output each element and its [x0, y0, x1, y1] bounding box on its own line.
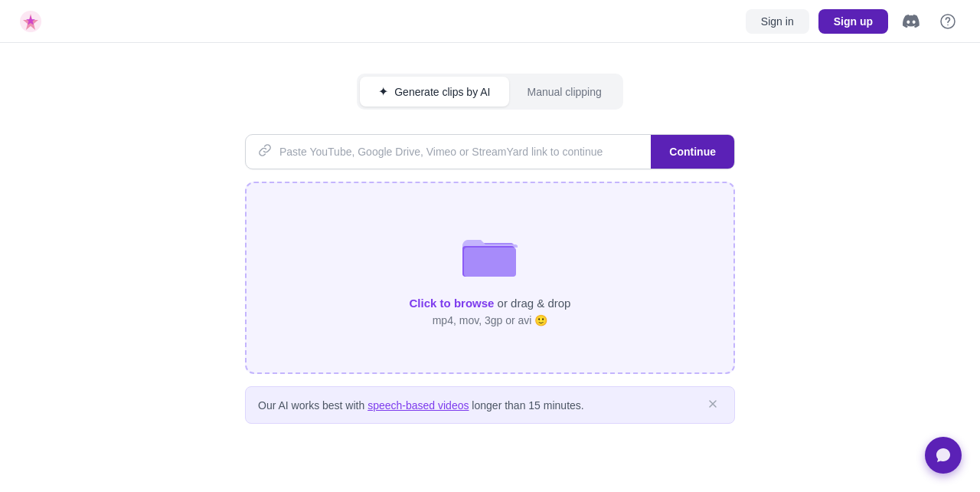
svg-point-2: [947, 24, 949, 25]
url-input-row: Continue: [245, 134, 735, 169]
file-drop-zone[interactable]: Click to browse or drag & drop mp4, mov,…: [245, 182, 735, 374]
app-logo: [18, 9, 43, 34]
info-text-before: Our AI works best with: [258, 399, 368, 412]
chat-bubble-button[interactable]: [925, 437, 962, 474]
header: Sign in Sign up: [0, 0, 980, 43]
folder-icon: [459, 229, 521, 281]
sign-up-button[interactable]: Sign up: [818, 9, 888, 34]
link-icon: [258, 143, 272, 161]
info-banner: Our AI works best with speech-based vide…: [245, 386, 735, 424]
help-icon[interactable]: [934, 8, 962, 35]
info-banner-text: Our AI works best with speech-based vide…: [258, 399, 584, 412]
main-content: ✦ Generate clips by AI Manual clipping C…: [0, 43, 980, 439]
drop-zone-text: Click to browse or drag & drop: [410, 297, 571, 310]
tab-toggle: ✦ Generate clips by AI Manual clipping: [357, 74, 623, 110]
file-types-text: mp4, mov, 3gp or avi 🙂: [433, 314, 548, 326]
tab-manual-label: Manual clipping: [528, 86, 602, 98]
discord-icon[interactable]: [897, 8, 925, 35]
close-banner-button[interactable]: [704, 398, 722, 412]
tab-generate-ai[interactable]: ✦ Generate clips by AI: [360, 77, 508, 107]
tab-manual-clipping[interactable]: Manual clipping: [509, 77, 620, 107]
header-actions: Sign in Sign up: [746, 8, 962, 35]
drag-text: or drag & drop: [494, 297, 570, 310]
ai-tab-icon: ✦: [378, 84, 388, 99]
url-input[interactable]: [279, 135, 651, 169]
browse-link[interactable]: Click to browse: [410, 297, 495, 310]
tab-ai-label: Generate clips by AI: [394, 86, 490, 98]
svg-rect-5: [464, 248, 516, 277]
logo-area: [18, 9, 43, 34]
info-text-after: longer than 15 minutes.: [469, 399, 583, 412]
speech-based-videos-link[interactable]: speech-based videos: [368, 399, 469, 412]
sign-in-button[interactable]: Sign in: [746, 9, 809, 34]
continue-button[interactable]: Continue: [651, 135, 734, 169]
